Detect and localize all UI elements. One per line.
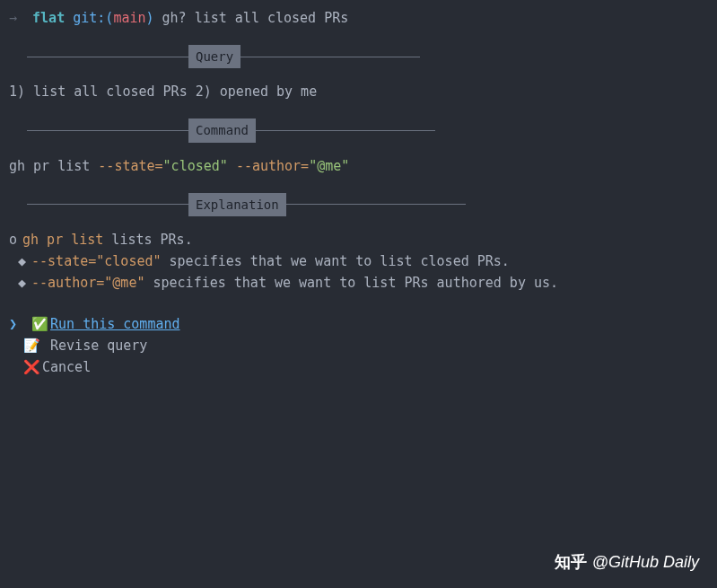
entered-command[interactable]: gh? list all closed PRs <box>162 10 349 26</box>
command-label: Command <box>188 118 256 142</box>
bullet-icon: ◆ <box>18 275 26 291</box>
shell-prompt: → flat git:(main) gh? list all closed PR… <box>9 7 708 29</box>
divider-line <box>286 204 466 205</box>
command-section-header: Command <box>27 118 708 142</box>
divider-line <box>27 57 188 57</box>
git-branch: main <box>113 10 145 26</box>
zhihu-label: 知乎 <box>555 553 587 571</box>
explanation-flag-ref: --author="@me" <box>31 275 144 291</box>
explanation-content: ogh pr list lists PRs. ◆--state="closed"… <box>9 229 708 294</box>
divider-line <box>256 130 435 131</box>
command-flag: --state= <box>98 158 162 174</box>
divider-line <box>27 204 188 205</box>
query-section-header: Query <box>27 45 708 68</box>
explanation-command-ref: gh pr list <box>22 232 103 248</box>
command-string: "closed" <box>163 158 228 174</box>
git-paren-close: ) <box>146 10 154 26</box>
divider-line <box>27 130 188 131</box>
command-flag: --author= <box>236 158 309 174</box>
explanation-text: specifies that we want to list closed PR… <box>162 253 510 269</box>
explanation-line: ◆--state="closed" specifies that we want… <box>9 250 708 272</box>
explanation-flag-ref: --state="closed" <box>31 253 162 269</box>
cancel-icon: ❌ <box>23 359 40 375</box>
command-string: "@me" <box>309 158 349 174</box>
prompt-arrow: → <box>9 10 17 26</box>
explanation-line: ogh pr list lists PRs. <box>9 229 708 250</box>
menu-item-revise[interactable]: 📝 Revise query <box>23 335 708 356</box>
explanation-line: ◆--author="@me" specifies that we want t… <box>9 272 708 294</box>
check-icon: ✅ <box>31 316 48 332</box>
command-content: gh pr list --state="closed" --author="@m… <box>9 155 708 177</box>
divider-line <box>240 57 420 57</box>
prompt-directory: flat <box>32 10 65 26</box>
menu-item-run[interactable]: ❯ ✅Run this command <box>9 313 708 335</box>
menu-label: Run this command <box>50 316 180 332</box>
menu-label: Revise query <box>42 338 147 354</box>
command-base: gh pr list <box>9 158 98 174</box>
explanation-section-header: Explanation <box>27 193 708 216</box>
bullet-icon: ◆ <box>18 253 26 269</box>
edit-icon: 📝 <box>23 338 40 354</box>
action-menu[interactable]: ❯ ✅Run this command 📝 Revise query ❌Canc… <box>9 313 708 378</box>
menu-label: Cancel <box>42 359 91 375</box>
query-label: Query <box>188 45 240 68</box>
git-label: git: <box>73 10 105 26</box>
watermark: 知乎@GitHub Daily <box>555 549 699 575</box>
watermark-brand: @GitHub Daily <box>592 553 699 571</box>
explanation-label: Explanation <box>188 193 286 216</box>
explanation-text: lists PRs. <box>103 232 192 248</box>
menu-item-cancel[interactable]: ❌Cancel <box>23 356 708 378</box>
query-content: 1) list all closed PRs 2) opened by me <box>9 81 708 102</box>
explanation-text: specifies that we want to list PRs autho… <box>144 275 558 291</box>
bullet-icon: o <box>9 232 17 248</box>
selection-marker-icon: ❯ <box>9 313 23 335</box>
